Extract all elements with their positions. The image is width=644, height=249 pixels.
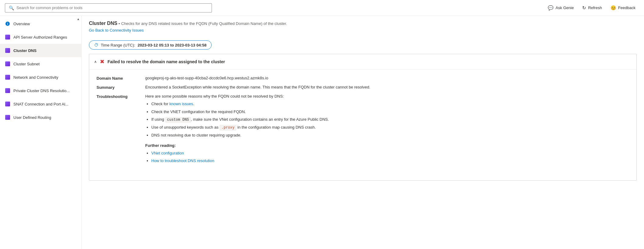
list-item-custom-dns: If using custom DNS, make sure the VNet … [151,116,629,123]
topbar: 🔍 💬 Ask Genie ↻ Refresh 😊 Feedback [0,0,644,16]
sidebar-item-cluster-dns[interactable]: Cluster DNS [0,44,81,57]
refresh-button[interactable]: ↻ Refresh [579,3,606,12]
troubleshooting-content: Here are some possible reasons why the F… [145,94,629,166]
list-item-proxy: Use of unsupported keywords such as .pro… [151,124,629,130]
list-item-known-issues: Check for known issues. [151,101,629,107]
search-box[interactable]: 🔍 [5,3,212,12]
genie-icon: 💬 [548,5,554,11]
page-header: Cluster DNS - Checks for any DNS related… [89,21,637,33]
troubleshooting-label: Troubleshooting [97,94,145,99]
sidebar-item-network-connectivity[interactable]: Network and Connectivity [0,71,81,84]
sidebar-item-cluster-dns-label: Cluster DNS [13,48,37,53]
sidebar-item-api-server[interactable]: API Server Authorized Ranges [0,30,81,44]
sidebar-item-private-cluster-label: Private Cluster DNS Resolutio... [13,88,70,93]
user-routing-icon [5,115,10,120]
feedback-icon: 😊 [611,5,616,11]
overview-icon: i [5,21,10,26]
troubleshooting-row: Troubleshooting Here are some possible r… [97,94,629,170]
search-input[interactable] [16,5,208,10]
layout: ▲ i Overview API Server Authorized Range… [0,16,644,249]
known-issues-link[interactable]: known issues [169,102,193,106]
sidebar-item-snat-label: SNAT Connection and Port Al... [13,102,69,106]
error-icon: ✖ [100,58,104,65]
search-icon: 🔍 [9,5,14,10]
main-content: Cluster DNS - Checks for any DNS related… [82,16,644,249]
sidebar-item-cluster-subnet-label: Cluster Subnet [13,62,40,66]
sidebar-item-overview[interactable]: i Overview [0,17,81,30]
cluster-dns-icon [5,48,10,53]
feedback-button[interactable]: 😊 Feedback [607,3,639,12]
domain-name-row: Domain Name googleproj-rg-aks-test-supp-… [97,76,629,81]
title-separator: - [118,21,120,26]
network-connectivity-icon [5,74,10,80]
troubleshooting-intro: Here are some possible reasons why the F… [145,94,629,99]
topbar-actions: 💬 Ask Genie ↻ Refresh 😊 Feedback [544,3,639,12]
card-title: Failed to resolve the domain name assign… [107,59,225,64]
domain-name-label: Domain Name [97,76,145,81]
time-range-bar[interactable]: ⏱ Time Range (UTC): 2023-03-12 05:13 to … [89,40,212,50]
further-reading-label: Further reading: [145,143,629,148]
clock-icon: ⏱ [94,43,98,47]
domain-name-value: googleproj-rg-aks-test-supp-40cba2-dccdc… [145,76,629,80]
sidebar-item-overview-label: Overview [13,22,30,26]
sidebar-item-user-routing-label: User Defined Routing [13,115,51,120]
back-link[interactable]: Go Back to Connectivity Issues [89,28,144,33]
further-reading-list: VNet configuration How to troubleshoot D… [145,150,629,164]
summary-row: Summary Encountered a SocketException wh… [97,85,629,90]
summary-label: Summary [97,85,145,90]
sidebar: ▲ i Overview API Server Authorized Range… [0,16,82,249]
vnet-config-link[interactable]: VNet configuration [151,151,184,155]
sidebar-item-api-server-label: API Server Authorized Ranges [13,35,67,40]
sidebar-item-network-connectivity-label: Network and Connectivity [13,75,58,80]
svg-text:i: i [7,22,8,26]
list-item-dns-troubleshoot-link: How to troubleshoot DNS resolution [151,158,629,164]
sidebar-scroll-up[interactable]: ▲ [75,16,81,22]
page-subtitle: Checks for any DNS related issues for th… [121,21,287,26]
time-range-value: 2023-03-12 05:13 to 2023-03-13 04:58 [138,43,206,47]
list-item-vnet-link: VNet configuration [151,150,629,156]
list-item-vnet-config: Check the VNET configuration for the req… [151,109,629,115]
api-server-icon [5,34,10,40]
snat-icon [5,101,10,107]
cluster-subnet-icon [5,61,10,67]
card-header: ∧ ✖ Failed to resolve the domain name as… [89,54,636,70]
page-title: Cluster DNS [89,21,117,26]
sidebar-item-snat[interactable]: SNAT Connection and Port Al... [0,97,81,111]
sidebar-item-user-routing[interactable]: User Defined Routing [0,111,81,124]
troubleshooting-list: Check for known issues. Check the VNET c… [145,101,629,138]
sidebar-item-private-cluster[interactable]: Private Cluster DNS Resolutio... [0,84,81,97]
dns-troubleshoot-link[interactable]: How to troubleshoot DNS resolution [151,158,214,163]
summary-value: Encountered a SocketException while reso… [145,85,629,89]
time-range-label: Time Range (UTC): [101,43,135,47]
proxy-code: .proxy [220,125,236,130]
ask-genie-button[interactable]: 💬 Ask Genie [544,3,577,12]
collapse-button[interactable]: ∧ [94,60,97,64]
refresh-icon: ↻ [582,5,586,11]
card-body: Domain Name googleproj-rg-aks-test-supp-… [89,70,636,180]
sidebar-item-cluster-subnet[interactable]: Cluster Subnet [0,57,81,71]
custom-dns-code: custom DNS [165,117,191,123]
list-item-upgrade: DNS not resolving due to cluster requiri… [151,132,629,138]
result-card: ∧ ✖ Failed to resolve the domain name as… [89,54,637,181]
private-cluster-icon [5,88,10,93]
page-title-row: Cluster DNS - Checks for any DNS related… [89,21,637,26]
